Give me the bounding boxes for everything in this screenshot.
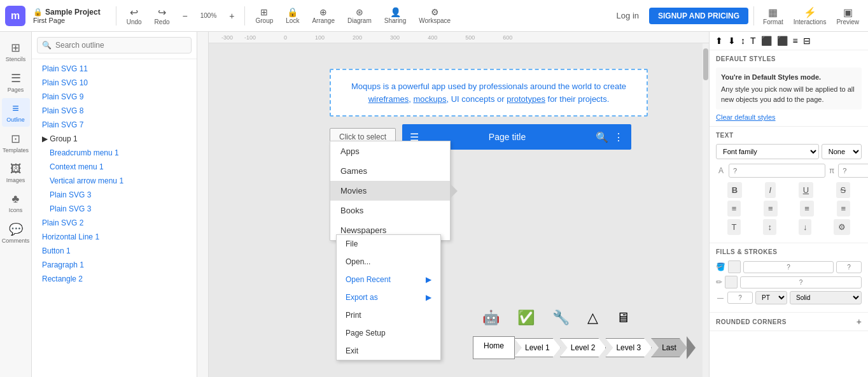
fill-color-swatch[interactable] bbox=[728, 260, 741, 273]
distribute-icon[interactable]: ≡ bbox=[791, 34, 800, 47]
search-input[interactable] bbox=[37, 37, 192, 53]
outline-item[interactable]: Breadcrumb menu 1 bbox=[32, 146, 197, 160]
preview-button[interactable]: ▣ Preview bbox=[832, 5, 863, 27]
align-left-text-button[interactable]: ≡ bbox=[727, 201, 741, 217]
zoom-in-button[interactable]: + bbox=[224, 8, 239, 24]
valign-bottom-button[interactable]: ↓ bbox=[799, 219, 812, 235]
breadcrumb-level2[interactable]: Level 2 bbox=[560, 338, 606, 357]
login-button[interactable]: Log in bbox=[609, 7, 647, 24]
breadcrumb-home[interactable]: Home bbox=[473, 336, 515, 359]
menu-item-books[interactable]: Books bbox=[330, 201, 450, 220]
font-color-input[interactable] bbox=[729, 164, 825, 178]
align-center-text-button[interactable]: ≡ bbox=[764, 201, 778, 217]
menu-page-setup[interactable]: Page Setup bbox=[337, 324, 440, 342]
zoom-out-button[interactable]: − bbox=[178, 8, 193, 24]
menu-file[interactable]: File bbox=[337, 235, 440, 253]
align-justify-text-button[interactable]: ≡ bbox=[837, 201, 851, 217]
outline-group-item[interactable]: ▶ Group 1 bbox=[32, 132, 197, 146]
stroke-color-input[interactable] bbox=[740, 276, 862, 288]
arrange-button[interactable]: ⊕ Arrange bbox=[307, 4, 340, 27]
search-icon-white[interactable]: 🔍 bbox=[596, 131, 608, 143]
align-right-text-button[interactable]: ≡ bbox=[800, 201, 814, 217]
menu-item-apps[interactable]: Apps bbox=[330, 141, 450, 161]
sidebar-item-pages[interactable]: ☰ Pages bbox=[2, 68, 30, 97]
menu-open-recent[interactable]: Open Recent ▶ bbox=[337, 271, 440, 288]
outline-item[interactable]: Button 1 bbox=[32, 244, 197, 258]
fill-color-input[interactable] bbox=[743, 261, 834, 273]
outline-item[interactable]: Plain SVG 10 bbox=[32, 76, 197, 90]
italic-button[interactable]: I bbox=[765, 182, 776, 198]
stroke-style-select[interactable]: Solid bbox=[790, 291, 862, 304]
outline-item[interactable]: Plain SVG 8 bbox=[32, 104, 197, 118]
canvas-scrollbar[interactable] bbox=[703, 43, 709, 377]
outline-item[interactable]: Plain SVG 3 bbox=[32, 188, 197, 202]
sidebar-item-comments[interactable]: 💬 Comments bbox=[2, 218, 30, 248]
nav-icons-row: 🤖 ✅ 🔧 △ 🖥 bbox=[482, 309, 630, 326]
outline-item[interactable]: Plain SVG 11 bbox=[32, 62, 197, 76]
outline-item[interactable]: Vertical arrow menu 1 bbox=[32, 174, 197, 188]
align-bottom-icon[interactable]: ↕ bbox=[739, 34, 747, 47]
lock-button[interactable]: 🔒 Lock bbox=[281, 4, 304, 27]
banner-widget[interactable]: Moqups is a powerful app used by profess… bbox=[330, 69, 648, 151]
breadcrumb-last[interactable]: Last bbox=[651, 338, 687, 357]
signup-button[interactable]: SIGNUP AND PRICING bbox=[649, 8, 748, 24]
align-right-icon[interactable]: ⬛ bbox=[775, 34, 790, 47]
text-settings-button[interactable]: ⚙ bbox=[834, 219, 850, 235]
undo-button[interactable]: ↩ Undo bbox=[122, 4, 147, 28]
stroke-unit-select[interactable]: PT bbox=[755, 291, 787, 304]
sidebar-item-outline[interactable]: ≡ Outline bbox=[2, 98, 30, 127]
format-button[interactable]: ▦ Format bbox=[759, 5, 787, 27]
menu-print[interactable]: Print bbox=[337, 306, 440, 324]
outline-item[interactable]: Plain SVG 9 bbox=[32, 90, 197, 104]
bold-button[interactable]: B bbox=[727, 182, 742, 198]
underline-button[interactable]: U bbox=[799, 182, 813, 198]
font-family-select[interactable]: Font family bbox=[716, 144, 819, 159]
align-left-icon[interactable]: T bbox=[748, 34, 758, 47]
outline-item[interactable]: Plain SVG 3 bbox=[32, 202, 197, 216]
diagram-button[interactable]: ⊛ Diagram bbox=[342, 4, 377, 27]
workspace-button[interactable]: ⚙ Workspace bbox=[414, 4, 456, 27]
clear-styles-link[interactable]: Clear default styles bbox=[716, 113, 862, 121]
outline-item[interactable]: Plain SVG 2 bbox=[32, 216, 197, 230]
app-logo[interactable]: m bbox=[5, 6, 25, 26]
breadcrumb-level3[interactable]: Level 3 bbox=[605, 338, 652, 357]
rounded-corners-add-button[interactable]: + bbox=[857, 317, 862, 327]
menu-open[interactable]: Open... bbox=[337, 253, 440, 271]
fill-opacity-input[interactable] bbox=[836, 261, 862, 273]
sidebar-item-templates[interactable]: ⊡ Templates bbox=[2, 128, 30, 157]
more-align-icon[interactable]: ⊟ bbox=[801, 34, 813, 47]
canvas-area[interactable]: -300 -100 0 100 200 300 400 500 600 Moqu… bbox=[197, 32, 709, 377]
breadcrumb-level1[interactable]: Level 1 bbox=[514, 338, 561, 357]
outline-item[interactable]: Rectangle 2 bbox=[32, 272, 197, 286]
group-button[interactable]: ⊞ Group bbox=[250, 4, 278, 27]
sidebar-item-images[interactable]: 🖼 Images bbox=[2, 159, 30, 187]
sidebar-item-icons[interactable]: ♣ Icons bbox=[2, 188, 30, 217]
sharing-button[interactable]: 👤 Sharing bbox=[379, 4, 411, 27]
strikethrough-button[interactable]: S bbox=[836, 182, 851, 198]
menu-exit[interactable]: Exit bbox=[337, 342, 440, 360]
outline-item[interactable]: Horizontal Line 1 bbox=[32, 230, 197, 244]
interactions-button[interactable]: ⚡ Interactions bbox=[790, 5, 830, 27]
menu-item-movies[interactable]: Movies bbox=[330, 181, 450, 201]
default-styles-section: DEFAULT STYLES You're in Default Styles … bbox=[710, 50, 868, 127]
outline-item[interactable]: Paragraph 1 bbox=[32, 258, 197, 272]
images-icon: 🖼 bbox=[10, 162, 22, 176]
valign-top-button[interactable]: T bbox=[727, 219, 741, 235]
align-center-icon[interactable]: ⬛ bbox=[759, 34, 774, 47]
outline-item[interactable]: Context menu 1 bbox=[32, 160, 197, 174]
stroke-color-swatch[interactable] bbox=[725, 276, 738, 288]
menu-export-as[interactable]: Export as ▶ bbox=[337, 288, 440, 306]
redo-button[interactable]: ↪ Redo bbox=[150, 4, 175, 28]
font-weight-select[interactable]: None bbox=[822, 144, 862, 159]
align-middle-icon[interactable]: ⬇ bbox=[726, 34, 738, 47]
more-icon[interactable]: ⋮ bbox=[613, 131, 624, 143]
divider-2 bbox=[244, 6, 245, 25]
outline-item[interactable]: Plain SVG 7 bbox=[32, 118, 197, 132]
valign-mid-button[interactable]: ↕ bbox=[763, 219, 776, 235]
font-size-input[interactable] bbox=[838, 164, 868, 178]
comments-icon: 💬 bbox=[9, 222, 23, 236]
sidebar-item-stencils[interactable]: ⊞ Stencils bbox=[2, 37, 30, 66]
menu-item-games[interactable]: Games bbox=[330, 161, 450, 181]
align-top-icon[interactable]: ⬆ bbox=[713, 34, 725, 47]
stroke-width-input[interactable] bbox=[727, 292, 753, 304]
